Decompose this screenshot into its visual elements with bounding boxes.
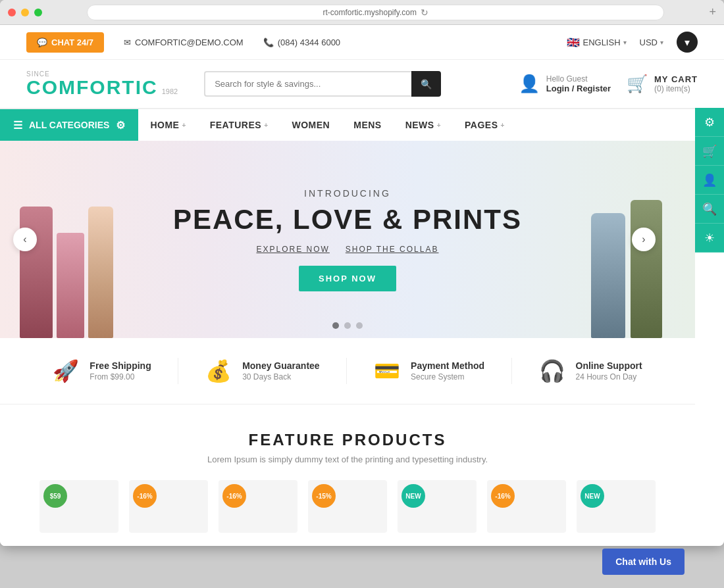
product-thumb-4[interactable]: -15% <box>308 480 387 533</box>
feature-guarantee-title: Money Guarantee <box>242 360 319 371</box>
user-text: Hello Guest Login / Register <box>546 74 611 93</box>
badge-7: NEW <box>581 484 604 508</box>
guarantee-icon: 💰 <box>205 358 232 383</box>
nav-link-features[interactable]: FEATURES + <box>198 109 280 141</box>
section-title: FEATURE PRODUCTS Lorem Ipsum is simply d… <box>39 431 656 464</box>
feature-support: 🎧 Online Support 24 Hours On Day <box>539 358 642 383</box>
currency-text: USD <box>640 37 658 47</box>
topbar-right: 🇬🇧 ENGLISH ▾ USD ▾ ▾ <box>567 32 698 53</box>
cart-section[interactable]: 🛒 MY CART (0) item(s) <box>627 74 698 94</box>
phone-icon: 📞 <box>263 37 274 47</box>
phone-info: 📞 (084) 4344 6000 <box>263 37 340 47</box>
bottle-3 <box>88 207 113 338</box>
product-thumb-6[interactable]: -16% <box>487 480 566 533</box>
nav-links: HOME + FEATURES + WOMEN MENS <box>138 109 516 141</box>
settings-icon: ⚙ <box>704 115 715 130</box>
email-info: ✉ COMFORTIC@DEMO.COM <box>124 37 244 47</box>
section-description: Lorem Ipsum is simply dummy text of the … <box>39 454 656 464</box>
product-thumb-2[interactable]: -16% <box>129 480 208 533</box>
search-button[interactable]: 🔍 <box>411 71 441 97</box>
feature-guarantee-text: Money Guarantee 30 Days Back <box>242 360 319 381</box>
hero-explore-link[interactable]: EXPLORE NOW <box>257 245 330 254</box>
navbar: ☰ ALL CATEGORIES ⚙ HOME + FEATURES + <box>0 108 695 141</box>
section-heading: FEATURE PRODUCTS <box>39 431 656 449</box>
nav-link-women[interactable]: WOMEN <box>280 109 342 141</box>
side-tool-search[interactable]: 🔍 <box>695 195 724 224</box>
user-action[interactable]: Login / Register <box>546 84 611 93</box>
nav-home-label: HOME <box>150 120 179 130</box>
user-section[interactable]: 👤 Hello Guest Login / Register <box>519 74 611 94</box>
search-side-icon: 🔍 <box>702 202 717 216</box>
hero-prev-button[interactable]: ‹ <box>13 228 37 251</box>
side-tool-theme[interactable]: ☀ <box>695 224 724 253</box>
badge-5: NEW <box>401 484 425 508</box>
nav-news-plus: + <box>437 122 441 129</box>
side-tool-user[interactable]: 👤 <box>695 166 724 195</box>
nav-women-label: WOMEN <box>292 120 330 130</box>
badge-6: -16% <box>491 484 515 508</box>
hero-collab-link[interactable]: SHOP THE COLLAB <box>346 245 439 254</box>
chat-button[interactable]: 💬 CHAT 24/7 <box>26 32 104 53</box>
main-content: ☰ ALL CATEGORIES ⚙ HOME + FEATURES + <box>0 108 695 546</box>
badge-1: $59 <box>43 484 67 508</box>
search-input[interactable] <box>204 71 411 97</box>
hero-dot-3[interactable] <box>356 322 363 329</box>
hero-links: EXPLORE NOW SHOP THE COLLAB <box>173 245 522 254</box>
profile-circle-button[interactable]: ▾ <box>677 32 698 53</box>
topbar: 💬 CHAT 24/7 ✉ COMFORTIC@DEMO.COM 📞 (084)… <box>0 25 724 60</box>
feature-products-section: FEATURE PRODUCTS Lorem Ipsum is simply d… <box>0 404 695 546</box>
badge-4: -15% <box>312 484 336 508</box>
nav-mens-label: MENS <box>353 120 381 130</box>
browser-maximize-dot[interactable] <box>34 9 42 16</box>
cart-label: MY CART <box>654 74 698 84</box>
currency-selector[interactable]: USD ▾ <box>640 37 663 47</box>
browser-minimize-dot[interactable] <box>21 9 29 16</box>
browser-close-dot[interactable] <box>8 9 16 16</box>
product-grid-preview: $59 -16% -16% -15% NEW <box>39 480 656 533</box>
hero-dot-1[interactable] <box>332 322 339 329</box>
nav-features-plus: + <box>264 122 268 129</box>
email-icon: ✉ <box>124 37 131 47</box>
logo: SINCE COMFORTIC 1982 <box>26 70 178 97</box>
new-tab-button[interactable]: + <box>709 5 716 19</box>
feature-support-subtitle: 24 Hours On Day <box>576 372 642 381</box>
url-text: rt-comfortic.myshopify.com <box>323 8 417 17</box>
feature-shipping-subtitle: From $99.00 <box>90 372 151 381</box>
bottle-5 <box>631 200 662 338</box>
hero-subtitle: INTRODUCING <box>173 188 522 199</box>
nav-link-pages[interactable]: PAGES + <box>453 109 517 141</box>
language-selector[interactable]: 🇬🇧 ENGLISH ▾ <box>567 36 626 49</box>
nav-link-news[interactable]: NEWS + <box>394 109 453 141</box>
nav-link-mens[interactable]: MENS <box>342 109 393 141</box>
currency-chevron-icon: ▾ <box>660 39 663 46</box>
product-thumb-1[interactable]: $59 <box>39 480 118 533</box>
hero-dot-2[interactable] <box>344 322 351 329</box>
categories-settings-icon: ⚙ <box>116 119 125 132</box>
feature-support-text: Online Support 24 Hours On Day <box>576 360 642 381</box>
hero-next-button[interactable]: › <box>632 228 656 251</box>
hero-shop-now-button[interactable]: SHOP NOW <box>299 266 396 291</box>
product-thumb-7[interactable]: NEW <box>577 480 656 533</box>
logo-brand: COMFORTIC <box>26 78 158 97</box>
chat-widget[interactable]: Chat with Us <box>602 549 685 575</box>
side-tool-cart[interactable]: 🛒 <box>695 137 724 166</box>
refresh-icon[interactable]: ↻ <box>421 7 428 18</box>
nav-link-home[interactable]: HOME + <box>138 109 197 141</box>
side-tool-settings[interactable]: ⚙ <box>695 108 724 137</box>
header: SINCE COMFORTIC 1982 🔍 👤 Hello Guest Lo <box>0 60 724 108</box>
product-thumb-5[interactable]: NEW <box>398 480 477 533</box>
all-categories-button[interactable]: ☰ ALL CATEGORIES ⚙ <box>0 109 138 141</box>
address-bar[interactable]: rt-comfortic.myshopify.com ↻ <box>87 5 664 20</box>
bottle-1 <box>20 207 53 338</box>
features-strip: 🚀 Free Shipping From $99.00 💰 Money Guar… <box>0 338 695 404</box>
browser-titlebar: rt-comfortic.myshopify.com ↻ + <box>0 0 724 25</box>
chat-widget-label: Chat with Us <box>615 556 671 567</box>
chat-icon: 💬 <box>37 37 47 47</box>
hero-dots <box>332 322 363 329</box>
feature-shipping-title: Free Shipping <box>90 360 151 371</box>
phone-text: (084) 4344 6000 <box>278 37 340 47</box>
hero-title: PEACE, LOVE & PRINTS <box>173 204 522 235</box>
nav-pages-plus: + <box>501 122 505 129</box>
product-thumb-3[interactable]: -16% <box>219 480 297 533</box>
feature-shipping-text: Free Shipping From $99.00 <box>90 360 151 381</box>
